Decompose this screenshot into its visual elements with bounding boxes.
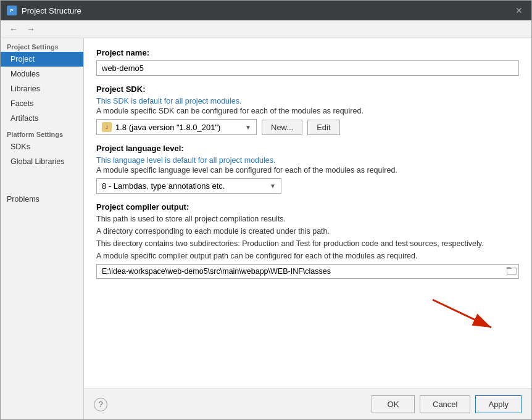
- language-level-label: Project language level:: [96, 144, 519, 153]
- sdk-icon: J: [102, 122, 112, 132]
- sidebar: Project Settings Project Modules Librari…: [1, 38, 84, 419]
- dialog-title: Project Structure: [22, 6, 508, 15]
- content-wrapper: Project name: Project SDK: This SDK is d…: [84, 38, 531, 419]
- sidebar-item-artifacts[interactable]: Artifacts: [1, 111, 83, 126]
- footer: ? OK Cancel Apply: [84, 389, 531, 419]
- sidebar-item-sdks[interactable]: SDKs: [1, 139, 83, 154]
- svg-text:J: J: [106, 125, 108, 130]
- compiler-output-input[interactable]: [96, 264, 519, 279]
- sdk-dropdown[interactable]: J 1.8 (java version "1.8.0_201") ▼: [96, 119, 257, 135]
- project-name-input[interactable]: [96, 60, 519, 76]
- sdk-new-button[interactable]: New...: [262, 120, 302, 135]
- compiler-output-section: Project compiler output: This path is us…: [96, 202, 519, 279]
- language-level-section: Project language level: This language le…: [96, 144, 519, 194]
- sdk-edit-button[interactable]: Edit: [307, 120, 339, 135]
- sidebar-item-global-libraries[interactable]: Global Libraries: [1, 154, 83, 169]
- compiler-output-label: Project compiler output:: [96, 202, 519, 212]
- nav-bar: ← →: [1, 20, 531, 38]
- content-area: Project name: Project SDK: This SDK is d…: [84, 38, 531, 389]
- language-dropdown-arrow: ▼: [270, 183, 276, 189]
- sidebar-item-problems[interactable]: Problems: [1, 187, 83, 207]
- project-settings-label: Project Settings: [1, 38, 83, 52]
- arrow-area: [96, 287, 519, 337]
- sidebar-item-modules[interactable]: Modules: [1, 67, 83, 81]
- close-button[interactable]: ✕: [513, 4, 525, 17]
- red-arrow-graphic: [396, 287, 519, 337]
- language-level-dropdown[interactable]: 8 - Lambdas, type annotations etc. ▼: [96, 178, 281, 194]
- project-structure-dialog: P Project Structure ✕ ← → Project Settin…: [0, 0, 532, 420]
- language-level-info1: This language level is default for all p…: [96, 156, 519, 165]
- help-button[interactable]: ?: [94, 398, 107, 411]
- apply-button[interactable]: Apply: [475, 395, 522, 413]
- sidebar-item-project[interactable]: Project: [1, 52, 83, 67]
- sdk-dropdown-arrow: ▼: [245, 124, 251, 131]
- svg-rect-4: [507, 268, 517, 274]
- project-sdk-label: Project SDK:: [96, 84, 519, 94]
- svg-line-6: [433, 300, 491, 327]
- sidebar-item-facets[interactable]: Facets: [1, 96, 83, 111]
- sdk-info-line1: This SDK is default for all project modu…: [96, 97, 519, 105]
- back-button[interactable]: ←: [7, 23, 20, 35]
- cancel-button[interactable]: Cancel: [420, 395, 470, 413]
- project-name-label: Project name:: [96, 48, 519, 57]
- title-bar: P Project Structure ✕: [1, 1, 531, 20]
- language-level-info2: A module specific language level can be …: [96, 166, 519, 175]
- main-content: Project Settings Project Modules Librari…: [1, 38, 531, 419]
- folder-browse-button[interactable]: [507, 266, 517, 277]
- svg-text:P: P: [10, 8, 14, 14]
- app-icon: P: [7, 6, 17, 15]
- compiler-output-info1: This path is used to store all project c…: [96, 215, 519, 223]
- forward-button[interactable]: →: [24, 23, 38, 35]
- project-name-section: Project name:: [96, 48, 519, 76]
- project-sdk-section: Project SDK: This SDK is default for all…: [96, 84, 519, 135]
- ok-button[interactable]: OK: [372, 395, 415, 413]
- compiler-output-wrap: [96, 264, 519, 279]
- sdk-info-line2: A module specific SDK can be configured …: [96, 107, 519, 115]
- sidebar-item-libraries[interactable]: Libraries: [1, 81, 83, 96]
- compiler-output-info4: A module specific compiler output path c…: [96, 252, 519, 260]
- compiler-output-info2: A directory corresponding to each module…: [96, 227, 519, 236]
- sdk-row: J 1.8 (java version "1.8.0_201") ▼ New..…: [96, 119, 519, 135]
- compiler-output-info3: This directory contains two subdirectori…: [96, 239, 519, 248]
- platform-settings-label: Platform Settings: [1, 126, 83, 139]
